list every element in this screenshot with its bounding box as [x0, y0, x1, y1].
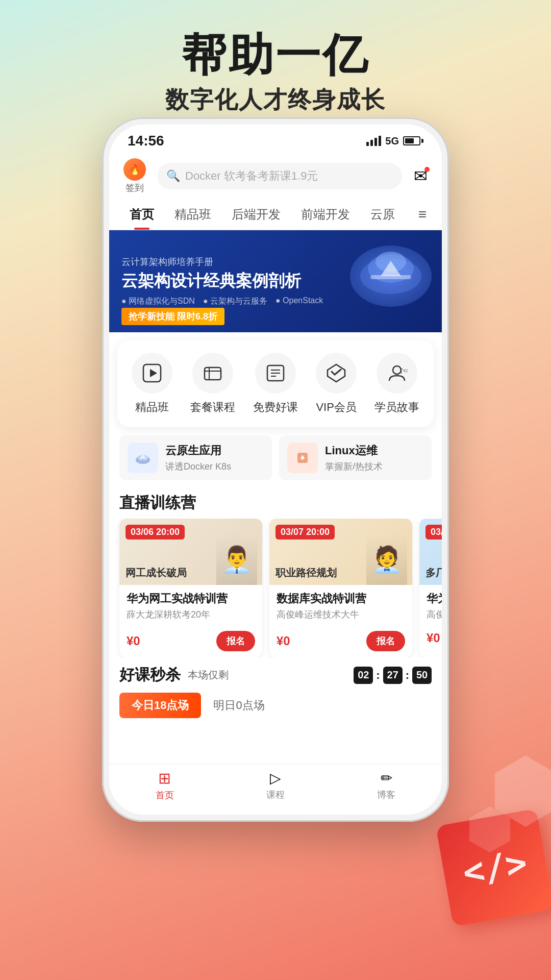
banner-small-text: 云计算架构师培养手册	[121, 256, 323, 268]
countdown-seconds: 50	[412, 667, 432, 684]
live-card-3-event-title: 多厂	[425, 566, 442, 580]
banner-graphic	[340, 235, 432, 327]
quick-label-story: 学员故事	[374, 400, 419, 415]
quick-item-free[interactable]: 免费好课	[253, 353, 298, 415]
premium-class-icon	[132, 353, 172, 394]
search-placeholder-text: Docker 软考备考新课1.9元	[185, 168, 318, 184]
mail-button[interactable]: ✉	[409, 165, 432, 187]
countdown-sep-1: :	[376, 669, 380, 682]
flash-tab-tomorrow[interactable]: 明日0点场	[201, 693, 277, 718]
cloud-course-info: 云原生应用 讲透Docker K8s	[165, 443, 231, 473]
bottom-nav: ⊞ 首页 ▷ 课程 ✏ 博客	[109, 764, 442, 815]
nav-tab-premium[interactable]: 精品班	[164, 199, 221, 230]
mail-notification-dot	[424, 167, 430, 172]
live-card-1-date: 03/06 20:00	[126, 525, 185, 540]
live-card-1-header: 03/06 20:00 网工成长破局 👨‍💼	[119, 519, 262, 585]
live-section-title: 直播训练营	[109, 485, 442, 519]
nav-tabs: 首页 精品班 后端开发 前端开发 云原 ≡	[109, 199, 442, 230]
nav-tab-home[interactable]: 首页	[119, 199, 164, 230]
phone-outer: 14:56 5G	[102, 117, 449, 822]
bottom-nav-blog[interactable]: ✏ 博客	[377, 770, 395, 801]
home-nav-icon: ⊞	[158, 769, 171, 787]
nav-tab-frontend[interactable]: 前端开发	[291, 199, 360, 230]
quick-item-story[interactable]: {'<>'} 学员故事	[374, 353, 419, 415]
countdown-timer: 02 : 27 : 50	[354, 667, 432, 684]
live-card-2-desc: 高俊峰运维技术大牛	[277, 608, 405, 621]
live-cards: 03/06 20:00 网工成长破局 👨‍💼 华为网工实战特训营 薛大龙深耕软考…	[109, 519, 442, 657]
svg-point-14	[393, 366, 401, 374]
sign-in-icon: 🔥	[123, 158, 146, 181]
bottom-nav-home[interactable]: ⊞ 首页	[156, 769, 174, 801]
hero-title: 帮助一亿	[0, 31, 551, 80]
live-card-1-event-title: 网工成长破局	[126, 566, 187, 580]
bottom-nav-courses[interactable]: ▷ 课程	[266, 770, 285, 801]
countdown-minutes: 27	[383, 667, 403, 684]
live-card-2-header: 03/07 20:00 职业路径规划 🧑‍💼	[269, 519, 412, 585]
live-card-3-desc: 高俊峰	[427, 608, 442, 621]
free-course-icon	[255, 353, 296, 394]
flash-sale-title: 好课秒杀	[119, 665, 181, 685]
countdown-hours: 02	[354, 667, 373, 684]
live-card-1-register-btn[interactable]: 报名	[216, 631, 255, 651]
cloud-course-icon	[128, 443, 158, 473]
svg-text:{'<>'}: {'<>'}	[400, 368, 408, 374]
quick-label-bundle: 套餐课程	[190, 400, 235, 415]
quick-item-premium[interactable]: 精品班	[132, 353, 172, 415]
cloud-course-sub: 讲透Docker K8s	[165, 460, 231, 473]
phone-inner: 14:56 5G	[109, 125, 442, 815]
sign-in-button[interactable]: 🔥 签到	[119, 158, 150, 194]
live-card-3[interactable]: 03/1 多厂 华为 高俊峰 ¥0	[419, 519, 442, 657]
live-card-3-price: ¥0	[427, 631, 440, 645]
live-card-2[interactable]: 03/07 20:00 职业路径规划 🧑‍💼 数据库实战特训营 高俊峰运维技术大…	[269, 519, 412, 657]
live-card-1-desc: 薛大龙深耕软考20年	[127, 608, 255, 621]
flash-tab-today[interactable]: 今日18点场	[119, 693, 201, 718]
live-card-2-price: ¥0	[277, 634, 290, 648]
nav-tab-backend[interactable]: 后端开发	[221, 199, 291, 230]
linux-course-info: Linux运维 掌握新/热技术	[325, 443, 383, 473]
live-card-1-body: 华为网工实战特训营 薛大龙深耕软考20年	[119, 585, 262, 627]
cloud-course-title: 云原生应用	[165, 443, 231, 458]
live-card-2-register-btn[interactable]: 报名	[366, 631, 405, 651]
live-card-2-body: 数据库实战特训营 高俊峰运维技术大牛	[269, 585, 412, 627]
live-card-2-name: 数据库实战特训营	[277, 591, 405, 606]
sign-in-label: 签到	[126, 182, 144, 194]
banner[interactable]: 云计算架构师培养手册 云架构设计经典案例剖析 ● 网络虚拟化与SDN ● 云架构…	[109, 230, 442, 332]
top-bar: 🔥 签到 🔍 Docker 软考备考新课1.9元 ✉	[109, 153, 442, 199]
flash-sale-header: 好课秒杀 本场仅剩 02 : 27 : 50	[119, 665, 432, 685]
course-card-linux[interactable]: Linux运维 掌握新/热技术	[279, 435, 432, 480]
course-card-cloud[interactable]: 云原生应用 讲透Docker K8s	[119, 435, 272, 480]
nav-tab-cloud[interactable]: 云原	[360, 199, 405, 230]
courses-nav-icon: ▷	[270, 770, 281, 787]
live-card-3-name: 华为	[427, 591, 442, 606]
nav-more-button[interactable]: ≡	[413, 201, 432, 228]
hero-subtitle: 数字化人才终身成长	[0, 84, 551, 116]
linux-course-icon	[287, 443, 318, 473]
linux-course-title: Linux运维	[325, 443, 383, 458]
svg-rect-4	[370, 275, 411, 279]
blog-nav-icon: ✏	[381, 770, 392, 787]
quick-label-free: 免费好课	[253, 400, 298, 415]
live-card-1[interactable]: 03/06 20:00 网工成长破局 👨‍💼 华为网工实战特训营 薛大龙深耕软考…	[119, 519, 262, 657]
quick-label-premium: 精品班	[135, 400, 169, 415]
phone-mockup: 14:56 5G	[102, 117, 449, 842]
banner-tag-3: ● OpenStack	[276, 296, 323, 307]
home-nav-label: 首页	[156, 789, 174, 801]
svg-marker-6	[150, 369, 157, 377]
live-card-2-footer: ¥0 报名	[269, 627, 412, 657]
quick-menu: 精品班 套餐课程	[117, 340, 434, 427]
status-time: 14:56	[128, 133, 164, 149]
flash-tabs: 今日18点场 明日0点场	[119, 693, 432, 718]
linux-course-sub: 掌握新/热技术	[325, 460, 383, 473]
quick-item-vip[interactable]: VIP会员	[316, 353, 357, 415]
battery-icon	[403, 136, 423, 145]
banner-title: 云架构设计经典案例剖析	[121, 271, 323, 290]
course-cards-row: 云原生应用 讲透Docker K8s Linux运维 掌握新/	[109, 435, 442, 480]
banner-discount-badge: 抢学新技能 限时6.8折	[121, 308, 224, 325]
search-bar[interactable]: 🔍 Docker 软考备考新课1.9元	[157, 163, 402, 189]
flash-sale-subtitle: 本场仅剩	[188, 668, 229, 682]
signal-bars-icon	[366, 136, 381, 146]
quick-item-bundle[interactable]: 套餐课程	[190, 353, 235, 415]
courses-nav-label: 课程	[266, 789, 285, 801]
svg-rect-7	[205, 368, 221, 380]
search-icon: 🔍	[166, 169, 180, 183]
